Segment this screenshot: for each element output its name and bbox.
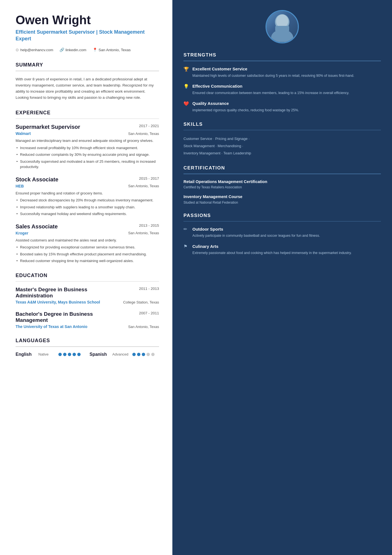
edu-school-0: Texas A&M University, Mays Business Scho… [16, 300, 100, 304]
exp-company-0: Walmart [16, 131, 31, 136]
summary-text: With over 8 years of experience in retai… [16, 76, 159, 101]
bullet-0-1: Reduced customer complaints by 30% by en… [16, 152, 159, 157]
lang-name-0: English [16, 352, 35, 357]
edu-degree-1: Bachelor's Degree in Business Management [16, 311, 110, 323]
location-icon: 📍 [93, 48, 97, 52]
location-value: San Antonio, Texas [99, 48, 131, 52]
svg-point-2 [276, 14, 288, 28]
strength-icon-0: 🏆 [183, 66, 190, 72]
cert-org-0: Certified by Texas Retailers Association [183, 185, 381, 189]
person-silhouette [270, 11, 295, 42]
linkedin-icon: 🔗 [59, 48, 64, 52]
left-column: Owen Wright Efficient Supermarket Superv… [0, 0, 172, 555]
strengths-title: STRENGTHS [183, 52, 381, 58]
exp-block-2: Sales Associate 2013 - 2015 Kroger San A… [16, 223, 159, 264]
skills-title: SKILLS [183, 122, 381, 127]
education-section: EDUCATION Master's Degree in Business Ad… [16, 273, 159, 329]
avatar [266, 10, 299, 43]
exp-job-title-1: Stock Associate [16, 176, 58, 183]
location-contact: 📍 San Antonio, Texas [93, 48, 131, 52]
lang-dots-1 [132, 353, 155, 356]
lang-item-1: Spanish Advanced [90, 352, 155, 357]
certification-section: CERTIFICATION Retail Operations Manageme… [183, 165, 381, 204]
bullet-0-2: Successfully supervised and motivated a … [16, 159, 159, 170]
passions-title: PASSIONS [183, 213, 381, 218]
strength-item-1: 💡 Effective Communication Ensured clear … [183, 83, 381, 96]
linkedin-contact: 🔗 linkedin.com [59, 48, 86, 52]
exp-location-0: San Antonio, Texas [128, 132, 159, 136]
passion-desc-1: Extremely passionate about food and cook… [183, 250, 381, 256]
exp-desc-2: Assisted customers and maintained the ai… [16, 238, 159, 243]
exp-dates-0: 2017 - 2021 [131, 124, 159, 128]
certification-title: CERTIFICATION [183, 165, 381, 171]
exp-location-2: San Antonio, Texas [128, 231, 159, 235]
exp-company-2: Kroger [16, 231, 28, 235]
exp-bullets-2: Recognized for providing exceptional cus… [16, 245, 159, 264]
dot-0-3 [73, 353, 76, 356]
strength-icon-2: ❤️ [183, 101, 190, 106]
exp-desc-1: Ensured proper handling and rotation of … [16, 191, 159, 196]
lang-level-0: Native [38, 352, 55, 356]
bullet-2-1: Boosted sales by 15% through effective p… [16, 251, 159, 257]
lang-name-1: Spanish [90, 352, 109, 357]
experience-section: EXPERIENCE Supermarket Supervisor 2017 -… [16, 110, 159, 264]
experience-title: EXPERIENCE [16, 110, 159, 116]
strengths-section: STRENGTHS 🏆 Excellent Customer Service M… [183, 52, 381, 113]
exp-company-1: HEB [16, 184, 24, 188]
edu-location-0: College Station, Texas [123, 300, 159, 304]
bullet-1-0: Decreased stock discrepancies by 20% thr… [16, 198, 159, 203]
edu-dates-1: 2007 - 2011 [139, 311, 159, 315]
cert-name-0: Retail Operations Management Certificati… [183, 179, 381, 185]
summary-title: SUMMARY [16, 62, 159, 68]
dot-0-4 [77, 353, 81, 356]
edu-location-1: San Antonio, Texas [128, 325, 159, 329]
lang-item-0: English Native [16, 352, 81, 357]
strength-desc-0: Maintained high levels of customer satis… [183, 73, 381, 78]
passion-name-0: Outdoor Sports [192, 227, 223, 231]
exp-location-1: San Antonio, Texas [128, 184, 159, 188]
education-divider [16, 281, 159, 282]
passion-desc-0: Actively participate in community basket… [183, 233, 381, 238]
right-column: STRENGTHS 🏆 Excellent Customer Service M… [172, 0, 392, 555]
certification-divider [183, 174, 381, 174]
education-title: EDUCATION [16, 273, 159, 278]
cert-name-1: Inventory Management Course [183, 194, 381, 200]
bullet-1-1: Improved relationship with suppliers lea… [16, 204, 159, 210]
languages-divider [16, 346, 159, 347]
exp-block-0: Supermarket Supervisor 2017 - 2021 Walma… [16, 124, 159, 170]
edu-school-1: The University of Texas at San Antonio [16, 324, 87, 329]
strength-item-2: ❤️ Quality Assurance implemented rigorou… [183, 101, 381, 113]
skills-line-0: Customer Service · Pricing and Signage · [183, 137, 250, 141]
strength-name-1: Effective Communication [192, 83, 242, 89]
languages-title: LANGUAGES [16, 338, 159, 344]
linkedin-value: linkedin.com [66, 48, 86, 52]
avatar-area [183, 0, 381, 52]
strength-desc-2: implemented rigorous quality checks, red… [183, 108, 381, 113]
dot-1-3 [147, 353, 150, 356]
exp-dates-2: 2013 - 2015 [131, 223, 159, 228]
dot-0-0 [58, 353, 62, 356]
skills-section: SKILLS Customer Service · Pricing and Si… [183, 122, 381, 157]
edu-dates-0: 2011 - 2013 [139, 287, 159, 291]
cert-item-0: Retail Operations Management Certificati… [183, 179, 381, 189]
skills-line-1: Stock Management · Merchandising · [183, 144, 243, 148]
skills-text: Customer Service · Pricing and Signage ·… [183, 135, 381, 157]
exp-job-title-2: Sales Associate [16, 223, 58, 230]
lang-dots-0 [58, 353, 81, 356]
passion-item-0: ✏ Outdoor Sports Actively participate in… [183, 226, 381, 238]
languages-row: English Native Spanish Advanced [16, 352, 159, 357]
passions-divider [183, 221, 381, 222]
edu-degree-0: Master's Degree in Business Administrati… [16, 287, 110, 299]
cert-org-1: Studied at National Retail Federation [183, 201, 381, 204]
summary-section: SUMMARY With over 8 years of experience … [16, 62, 159, 101]
person-name: Owen Wright [16, 13, 159, 27]
person-title: Efficient Supermarket Supervisor | Stock… [16, 29, 159, 42]
passion-icon-1: ⚑ [183, 244, 190, 249]
edu-block-0: Master's Degree in Business Administrati… [16, 287, 159, 304]
dot-0-1 [63, 353, 66, 356]
avatar-image [267, 11, 298, 42]
email-contact: ⊙ help@enhancv.com [16, 48, 53, 52]
summary-divider [16, 71, 159, 71]
passion-name-1: Culinary Arts [192, 244, 219, 249]
experience-divider [16, 119, 159, 119]
